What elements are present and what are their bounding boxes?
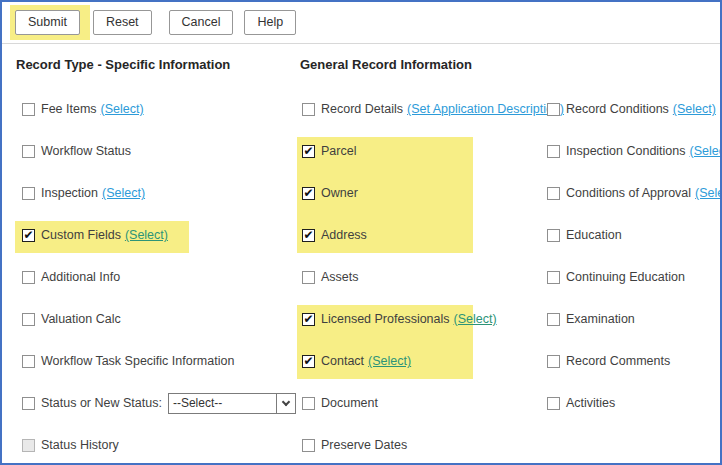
checkbox[interactable] — [547, 355, 560, 368]
checkbox[interactable] — [22, 187, 35, 200]
row-label: Inspection Conditions — [566, 144, 686, 158]
checkbox[interactable] — [22, 397, 35, 410]
section-header-general-record: General Record Information — [300, 57, 472, 72]
row-link[interactable]: (Select) — [102, 186, 145, 200]
row-inspection: Inspection (Select) — [22, 172, 296, 214]
submit-highlight: Submit — [10, 5, 90, 40]
checkbox[interactable] — [302, 313, 315, 326]
checkbox[interactable] — [547, 103, 560, 116]
column-general-record-1: Record Details (Set Application Descript… — [302, 88, 564, 465]
row-examination: Examination — [547, 298, 722, 340]
row-link[interactable]: (Select) — [673, 102, 716, 116]
row-record-details: Record Details (Set Application Descript… — [302, 88, 564, 130]
row-label: Status or New Status: — [41, 396, 162, 410]
row-link[interactable]: (Set Application Description) — [407, 102, 564, 116]
column-general-record-2: Record Conditions (Select) Inspection Co… — [547, 88, 722, 424]
row-label: Preserve Dates — [321, 438, 407, 452]
checkbox[interactable] — [547, 229, 560, 242]
checkbox[interactable] — [547, 145, 560, 158]
checkbox[interactable] — [547, 271, 560, 284]
checkbox[interactable] — [22, 145, 35, 158]
cancel-button[interactable]: Cancel — [169, 10, 234, 35]
row-label: Record Conditions — [566, 102, 669, 116]
row-label: Address — [321, 228, 367, 242]
row-label: Document — [321, 396, 378, 410]
row-label: Owner — [321, 186, 358, 200]
select-value: --Select-- — [169, 394, 276, 413]
column-record-type-specific: Fee Items (Select) Workflow Status Inspe… — [22, 88, 296, 465]
row-inspection-conditions: Inspection Conditions (Select) — [547, 130, 722, 172]
row-link[interactable]: (Select) — [690, 144, 722, 158]
row-additional-info: Additional Info — [22, 256, 296, 298]
row-custom-fields: Custom Fields (Select) — [22, 214, 296, 256]
row-record-comments: Record Comments — [547, 340, 722, 382]
checkbox[interactable] — [302, 103, 315, 116]
checkbox[interactable] — [22, 355, 35, 368]
checkbox[interactable] — [302, 397, 315, 410]
checkbox[interactable] — [22, 271, 35, 284]
status-select[interactable]: --Select-- — [168, 393, 296, 414]
row-label: Activities — [566, 396, 615, 410]
row-contact: Contact (Select) — [302, 340, 564, 382]
row-licensed-professionals: Licensed Professionals (Select) — [302, 298, 564, 340]
row-label: Parcel — [321, 144, 356, 158]
checkbox[interactable] — [547, 397, 560, 410]
row-activities: Activities — [547, 382, 722, 424]
row-status-or-new-status: Status or New Status: --Select-- — [22, 382, 296, 424]
row-link[interactable]: (Select) — [101, 102, 144, 116]
submit-button[interactable]: Submit — [15, 10, 80, 35]
select-arrow-box — [276, 394, 295, 413]
row-valuation-calc: Valuation Calc — [22, 298, 296, 340]
row-label: Record Comments — [566, 354, 670, 368]
checkbox[interactable] — [302, 187, 315, 200]
row-label: Valuation Calc — [41, 312, 121, 326]
row-workflow-status: Workflow Status — [22, 130, 296, 172]
row-label: Contact — [321, 354, 364, 368]
checkbox[interactable] — [302, 271, 315, 284]
row-link[interactable]: (Select) — [454, 312, 497, 326]
row-workflow-task-specific-information: Workflow Task Specific Information — [22, 340, 296, 382]
row-label: Additional Info — [41, 270, 120, 284]
row-label: Conditions of Approval — [566, 186, 691, 200]
row-education: Education — [547, 214, 722, 256]
row-parcel: Parcel — [302, 130, 564, 172]
checkbox — [22, 439, 35, 452]
row-label: Workflow Task Specific Information — [41, 354, 234, 368]
checkbox[interactable] — [302, 355, 315, 368]
row-label: Examination — [566, 312, 635, 326]
checkbox[interactable] — [22, 103, 35, 116]
row-status-history: Status History — [22, 424, 296, 465]
row-address: Address — [302, 214, 564, 256]
row-link[interactable]: (Select) — [125, 228, 168, 242]
row-label: Fee Items — [41, 102, 97, 116]
help-button[interactable]: Help — [244, 10, 296, 35]
row-preserve-dates: Preserve Dates — [302, 424, 564, 465]
checkbox[interactable] — [302, 145, 315, 158]
row-label: Workflow Status — [41, 144, 131, 158]
record-copy-panel: Submit Reset Cancel Help Record Type - S… — [0, 0, 722, 465]
checkbox[interactable] — [547, 187, 560, 200]
row-link[interactable]: (Select) — [695, 186, 722, 200]
row-record-conditions: Record Conditions (Select) — [547, 88, 722, 130]
row-label: Continuing Education — [566, 270, 685, 284]
row-label: Record Details — [321, 102, 403, 116]
checkbox[interactable] — [547, 313, 560, 326]
row-document: Document — [302, 382, 564, 424]
checkbox[interactable] — [22, 229, 35, 242]
toolbar: Submit Reset Cancel Help — [2, 2, 720, 44]
section-header-record-type-specific: Record Type - Specific Information — [16, 57, 230, 72]
row-label: Assets — [321, 270, 359, 284]
checkbox[interactable] — [302, 439, 315, 452]
row-continuing-education: Continuing Education — [547, 256, 722, 298]
checkbox[interactable] — [22, 313, 35, 326]
row-label: Custom Fields — [41, 228, 121, 242]
checkbox[interactable] — [302, 229, 315, 242]
row-conditions-of-approval: Conditions of Approval (Select) — [547, 172, 722, 214]
reset-button[interactable]: Reset — [93, 10, 152, 35]
row-owner: Owner — [302, 172, 564, 214]
row-fee-items: Fee Items (Select) — [22, 88, 296, 130]
row-assets: Assets — [302, 256, 564, 298]
row-label: Inspection — [41, 186, 98, 200]
row-link[interactable]: (Select) — [368, 354, 411, 368]
row-label: Status History — [41, 438, 119, 452]
